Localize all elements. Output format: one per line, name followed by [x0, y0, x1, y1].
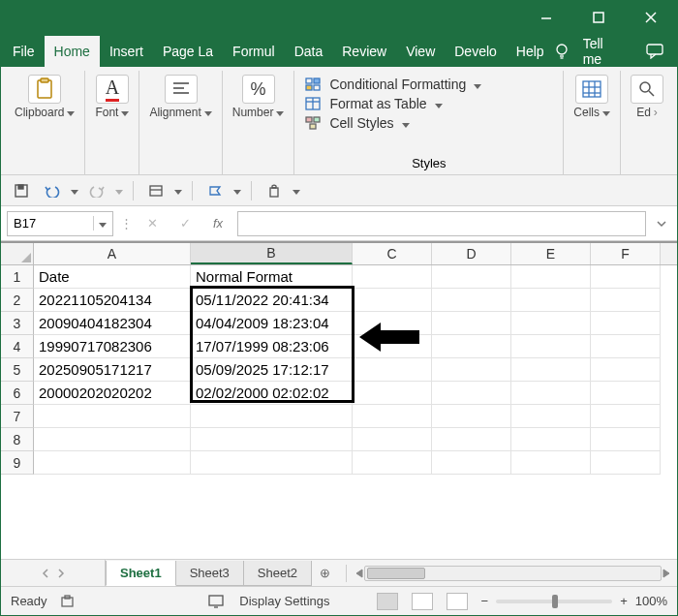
col-header-F[interactable]: F: [591, 243, 661, 264]
undo-button[interactable]: [40, 179, 65, 202]
cell-D3[interactable]: [432, 312, 511, 335]
cell-D9[interactable]: [432, 451, 511, 475]
row-header-2[interactable]: 2: [1, 289, 34, 312]
tab-insert[interactable]: Insert: [100, 36, 153, 67]
formula-input[interactable]: [237, 211, 646, 236]
sheet-tab-1[interactable]: Sheet1: [106, 561, 176, 586]
paste-button[interactable]: Clipboard: [15, 73, 75, 119]
tab-help[interactable]: Help: [507, 36, 554, 67]
enter-formula-button[interactable]: ✓: [171, 211, 199, 236]
cell-C5[interactable]: [353, 358, 432, 382]
qat-button-1[interactable]: [143, 179, 169, 202]
redo-dropdown[interactable]: [115, 183, 123, 198]
insert-function-button[interactable]: fx: [204, 211, 231, 236]
zoom-slider[interactable]: [552, 595, 558, 608]
cell-D7[interactable]: [432, 405, 511, 428]
cell-A1[interactable]: Date: [34, 265, 191, 289]
cell-F6[interactable]: [591, 382, 661, 405]
view-normal-button[interactable]: [377, 593, 398, 610]
cell-E3[interactable]: [511, 312, 591, 335]
view-page-break-button[interactable]: [447, 593, 468, 610]
comments-icon[interactable]: [646, 44, 665, 59]
cells-dropdown[interactable]: Cells: [573, 73, 610, 119]
tab-formulas[interactable]: Formul: [223, 36, 285, 67]
col-header-E[interactable]: E: [511, 243, 591, 264]
qat-button-2[interactable]: [202, 179, 228, 202]
undo-dropdown[interactable]: [71, 183, 78, 198]
redo-button[interactable]: [84, 179, 109, 202]
cell-F5[interactable]: [591, 358, 661, 382]
cell-D2[interactable]: [432, 289, 511, 312]
tab-home[interactable]: Home: [45, 36, 100, 67]
zoom-out-button[interactable]: −: [481, 594, 489, 608]
sheet-nav[interactable]: [1, 560, 106, 586]
cell-F1[interactable]: [591, 265, 661, 289]
cell-B9[interactable]: [191, 451, 353, 475]
cell-A9[interactable]: [34, 451, 191, 475]
horizontal-scrollbar[interactable]: [354, 566, 677, 581]
cell-C1[interactable]: [353, 265, 432, 289]
cell-A4[interactable]: 19990717082306: [34, 335, 191, 358]
cancel-formula-button[interactable]: ✕: [139, 211, 166, 236]
close-button[interactable]: [629, 3, 673, 32]
cell-B4[interactable]: 17/07/1999 08:23:06: [191, 335, 353, 358]
cell-F7[interactable]: [591, 405, 661, 428]
cell-B5[interactable]: 05/09/2025 17:12:17: [191, 358, 353, 382]
cell-A7[interactable]: [34, 405, 191, 428]
row-header-7[interactable]: 7: [1, 405, 34, 428]
lightbulb-icon[interactable]: [554, 43, 570, 60]
format-as-table-button[interactable]: Format as Table: [304, 94, 553, 113]
row-header-5[interactable]: 5: [1, 358, 34, 382]
row-header-4[interactable]: 4: [1, 335, 34, 358]
cell-E4[interactable]: [511, 335, 591, 358]
cell-A5[interactable]: 20250905171217: [34, 358, 191, 382]
cell-C8[interactable]: [353, 428, 432, 451]
display-settings-icon[interactable]: [208, 595, 226, 608]
cell-B6[interactable]: 02/02/2000 02:02:02: [191, 382, 353, 405]
cell-E8[interactable]: [511, 428, 591, 451]
cell-E5[interactable]: [511, 358, 591, 382]
cell-D8[interactable]: [432, 428, 511, 451]
name-box[interactable]: B17: [7, 211, 113, 236]
cell-A3[interactable]: 20090404182304: [34, 312, 191, 335]
cell-C7[interactable]: [353, 405, 432, 428]
cell-F9[interactable]: [591, 451, 661, 475]
save-button[interactable]: [9, 179, 34, 202]
tab-developer[interactable]: Develo: [445, 36, 507, 67]
cell-E1[interactable]: [511, 265, 591, 289]
col-header-A[interactable]: A: [34, 243, 191, 264]
editing-dropdown[interactable]: Ed›: [631, 73, 663, 119]
cell-E7[interactable]: [511, 405, 591, 428]
display-settings-label[interactable]: Display Settings: [239, 594, 329, 608]
row-header-1[interactable]: 1: [1, 265, 34, 289]
maximize-button[interactable]: [576, 3, 621, 32]
cell-B7[interactable]: [191, 405, 353, 428]
row-header-6[interactable]: 6: [1, 382, 34, 405]
cell-C6[interactable]: [353, 382, 432, 405]
cell-C9[interactable]: [353, 451, 432, 475]
spreadsheet-grid[interactable]: A B C D E F 1 Date Normal Format 2 20221…: [1, 241, 677, 559]
sheet-tab-3[interactable]: Sheet2: [243, 561, 312, 586]
name-box-dropdown[interactable]: [93, 216, 107, 231]
new-sheet-button[interactable]: ⊕: [311, 566, 338, 580]
cell-D5[interactable]: [432, 358, 511, 382]
cell-D1[interactable]: [432, 265, 511, 289]
cell-D4[interactable]: [432, 335, 511, 358]
cell-F3[interactable]: [591, 312, 661, 335]
tab-view[interactable]: View: [396, 36, 445, 67]
cell-D6[interactable]: [432, 382, 511, 405]
cell-A8[interactable]: [34, 428, 191, 451]
tab-review[interactable]: Review: [332, 36, 396, 67]
cell-A6[interactable]: 20000202020202: [34, 382, 191, 405]
sheet-tab-2[interactable]: Sheet3: [175, 561, 244, 586]
zoom-in-button[interactable]: +: [620, 594, 628, 608]
macro-record-icon[interactable]: [61, 595, 77, 608]
cell-styles-button[interactable]: Cell Styles: [304, 113, 553, 133]
zoom-control[interactable]: − + 100%: [481, 594, 667, 608]
alignment-dropdown[interactable]: Alignment: [149, 73, 211, 119]
zoom-level[interactable]: 100%: [635, 594, 667, 608]
cell-E9[interactable]: [511, 451, 591, 475]
cell-B2[interactable]: 05/11/2022 20:41:34: [191, 289, 353, 312]
qat-button-3[interactable]: [262, 179, 287, 202]
number-dropdown[interactable]: % Number: [232, 73, 285, 119]
